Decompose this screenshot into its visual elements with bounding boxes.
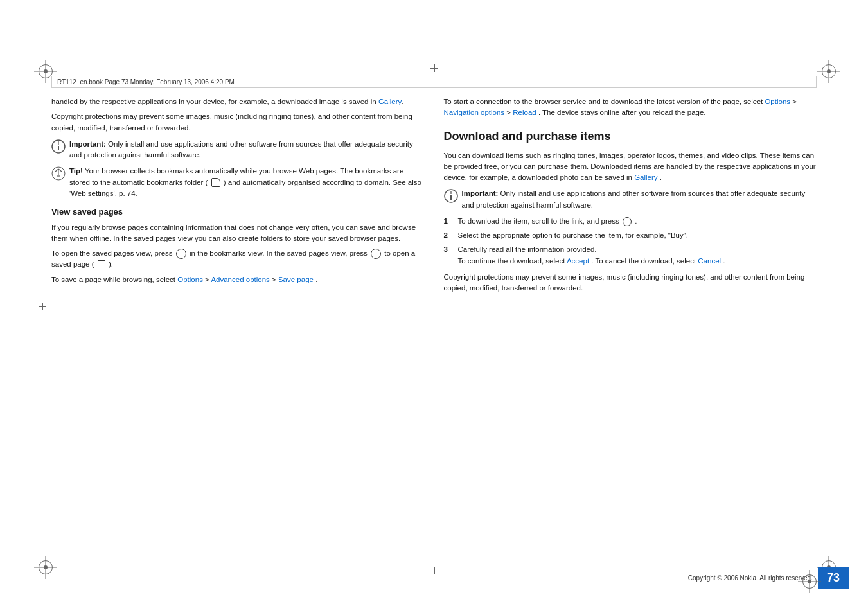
page-container: Web [0,0,868,613]
main-content: RT112_en.book Page 73 Monday, February 1… [0,0,868,613]
gallery-link-right[interactable]: Gallery [634,173,657,181]
start-options-link[interactable]: Options [765,98,790,105]
save-advanced-link[interactable]: Advanced options [211,276,269,283]
download-heading: Download and purchase items [444,128,817,145]
important-note-left: i Important: Only install and use applic… [51,139,425,161]
important-note-right: i Important: Only install and use applic… [444,188,817,211]
intro-para1: handled by the respective applications i… [51,96,425,107]
save-page-para: To save a page while browsing, select Op… [51,274,425,285]
bottom-right-crosshair [802,574,817,589]
center-left-mark [39,303,46,310]
file-bar-text: RT112_en.book Page 73 Monday, February 1… [57,78,235,85]
right-column: To start a connection to the browser ser… [444,96,817,562]
center-bottom-mark [430,567,438,574]
left-column: handled by the respective applications i… [51,96,425,562]
navigation-options-link[interactable]: Navigation options [444,109,505,116]
important-icon-right: i [444,189,458,203]
svg-line-5 [58,169,62,172]
save-page-link[interactable]: Save page [278,276,314,283]
step2: 2 Select the appropriate option to purch… [444,230,817,241]
important-text-left: Important: Only install and use applicat… [69,139,425,161]
bookmark-folder-icon-inline [211,178,220,187]
svg-text:i: i [58,139,60,146]
corner-crosshair-tr [822,64,836,78]
download-para1: You can download items such as ringing t… [444,150,817,184]
step1: 1 To download the item, scroll to the li… [444,216,817,227]
gallery-link-left[interactable]: Gallery [378,98,402,105]
step1-text: To download the item, scroll to the link… [458,216,637,227]
tip-icon [51,166,66,181]
view-saved-para2: To open the saved pages view, press in t… [51,248,425,271]
corner-crosshair-bl [39,560,53,574]
accept-link[interactable]: Accept [567,257,589,265]
save-options-link[interactable]: Options [177,276,203,283]
page-number-area: Copyright © 2006 Nokia. All rights reser… [688,567,849,589]
start-para: To start a connection to the browser ser… [444,96,817,119]
tip-note: Tip! Your browser collects bookmarks aut… [51,166,425,199]
corner-crosshair-tl [39,64,53,78]
bookmarks-icon-inline [176,249,186,259]
step3-content: Carefully read all the information provi… [458,244,725,267]
tip-text: Tip! Your browser collects bookmarks aut… [69,166,425,199]
step3: 3 Carefully read all the information pro… [444,244,817,267]
page-icon-inline [98,260,105,269]
intro-para2: Copyright protections may prevent some i… [51,111,425,134]
copyright-text: Copyright © 2006 Nokia. All rights reser… [688,574,813,582]
scroll-icon-inline [371,249,381,259]
reload-link[interactable]: Reload [513,109,536,116]
numbered-list: 1 To download the item, scroll to the li… [444,216,817,267]
view-saved-heading: View saved pages [51,206,425,218]
scroll-icon-step1 [623,217,632,226]
important-text-right: Important: Only install and use applicat… [462,188,817,211]
file-bar: RT112_en.book Page 73 Monday, February 1… [51,76,817,88]
center-top-mark [430,64,438,72]
page-number-box: 73 [818,567,849,589]
step2-text: Select the appropriate option to purchas… [458,230,688,241]
cancel-link[interactable]: Cancel [698,257,721,265]
view-saved-para1: If you regularly browse pages containing… [51,222,425,245]
content-area: handled by the respective applications i… [51,96,817,562]
svg-text:i: i [450,189,452,195]
svg-line-4 [55,169,58,172]
copyright-para-right: Copyright protections may prevent some i… [444,272,817,294]
important-icon-left: i [51,139,66,154]
